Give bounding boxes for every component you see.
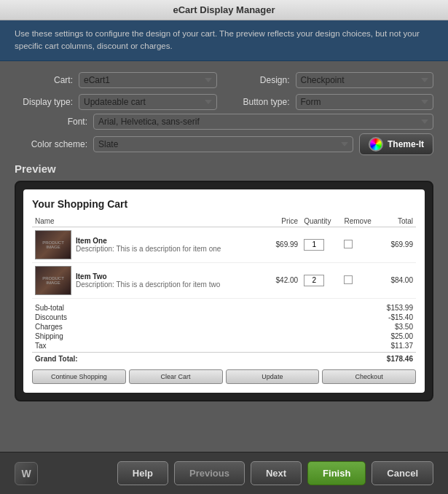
- cart-table: Name Price Quantity Remove Total: [32, 216, 416, 299]
- table-row: PRODUCTIMAGE Item Two Description: This …: [32, 262, 416, 298]
- checkout-button[interactable]: Checkout: [322, 369, 416, 384]
- item-desc-1: Item One Description: This is a descript…: [76, 237, 221, 253]
- discounts-row: Discounts -$15.40: [32, 313, 416, 322]
- display-type-row: Display type: Updateable cart: [15, 94, 217, 110]
- subtotal-value: $153.99: [387, 304, 413, 312]
- shipping-label: Shipping: [35, 332, 63, 340]
- theme-it-label: Theme-It: [388, 139, 424, 149]
- item-remove-2[interactable]: [341, 262, 381, 298]
- charges-row: Charges $3.50: [32, 322, 416, 332]
- col-total: Total: [382, 216, 416, 227]
- table-row: PRODUCTIMAGE Item One Description: This …: [32, 227, 416, 262]
- button-type-row: Button type: Form: [232, 94, 434, 110]
- logo-text: W: [21, 468, 31, 479]
- font-label: Font:: [29, 117, 87, 127]
- totals-section: Sub-total $153.99 Discounts -$15.40 Char…: [32, 303, 416, 364]
- continue-shopping-button[interactable]: Continue Shopping: [32, 369, 126, 384]
- shipping-value: $25.00: [390, 332, 413, 340]
- qty-input-1[interactable]: [304, 239, 324, 251]
- grand-total-row: Grand Total: $178.46: [32, 352, 416, 364]
- preview-section: Preview Your Shopping Cart Name Price Qu…: [15, 162, 433, 401]
- grand-total-label: Grand Total:: [35, 355, 78, 363]
- preview-title: Preview: [15, 162, 433, 175]
- item-desc-2: Item Two Description: This is a descript…: [76, 273, 220, 289]
- item-total-2: $84.00: [382, 262, 416, 298]
- color-scheme-select[interactable]: Slate: [93, 136, 353, 152]
- display-type-select[interactable]: Updateable cart: [79, 94, 217, 110]
- col-name: Name: [32, 216, 267, 227]
- cart-select[interactable]: eCart1: [79, 72, 217, 88]
- color-scheme-label: Color scheme:: [29, 139, 87, 149]
- item-remove-1[interactable]: [341, 227, 381, 262]
- color-row: Color scheme: Slate Theme-It: [15, 133, 433, 155]
- main-container: Use these settings to configure the desi…: [0, 20, 448, 494]
- preview-container: Your Shopping Cart Name Price Quantity R…: [15, 181, 433, 401]
- form-section: Cart: eCart1 Design: Checkpoint Display …: [15, 72, 433, 110]
- display-type-label: Display type:: [15, 97, 73, 107]
- item-price-2: $42.00: [267, 262, 301, 298]
- item-qty-2[interactable]: [301, 262, 341, 298]
- cart-label: Cart:: [15, 75, 73, 85]
- discounts-value: -$15.40: [388, 313, 413, 321]
- font-row: Font: Arial, Helvetica, sans-serif: [15, 114, 433, 130]
- cart-preview-title: Your Shopping Cart: [32, 198, 416, 210]
- product-image-2: PRODUCTIMAGE: [35, 266, 71, 295]
- qty-input-2[interactable]: [304, 275, 324, 286]
- grand-total-value: $178.46: [387, 355, 413, 363]
- design-select[interactable]: Checkpoint: [296, 72, 434, 88]
- font-select[interactable]: Arial, Helvetica, sans-serif: [93, 114, 433, 130]
- cart-preview: Your Shopping Cart Name Price Quantity R…: [23, 189, 425, 393]
- help-button[interactable]: Help: [117, 461, 168, 485]
- item-total-1: $69.99: [382, 227, 416, 262]
- design-label: Design:: [232, 75, 290, 85]
- discounts-label: Discounts: [35, 313, 67, 321]
- item-price-1: $69.99: [267, 227, 301, 262]
- charges-value: $3.50: [395, 323, 413, 331]
- bottom-bar: W Help Previous Next Finish Cancel: [0, 452, 448, 494]
- subtotal-row: Sub-total $153.99: [32, 303, 416, 313]
- col-quantity: Quantity: [301, 216, 341, 227]
- info-text: Use these settings to configure the desi…: [15, 29, 420, 50]
- remove-checkbox-1[interactable]: [344, 240, 353, 248]
- finish-button[interactable]: Finish: [307, 461, 366, 485]
- button-type-select[interactable]: Form: [296, 94, 434, 110]
- info-bar: Use these settings to configure the desi…: [0, 20, 448, 61]
- next-button[interactable]: Next: [251, 461, 302, 485]
- theme-it-button[interactable]: Theme-It: [359, 133, 433, 155]
- cart-row: Cart: eCart1: [15, 72, 217, 88]
- design-row: Design: Checkpoint: [232, 72, 434, 88]
- bottom-right: Help Previous Next Finish Cancel: [117, 461, 433, 485]
- col-remove: Remove: [341, 216, 381, 227]
- cart-buttons: Continue Shopping Clear Cart Update Chec…: [32, 369, 416, 384]
- tax-value: $11.37: [390, 342, 413, 350]
- update-button[interactable]: Update: [226, 369, 320, 384]
- shipping-row: Shipping $25.00: [32, 332, 416, 341]
- bottom-left: W: [15, 462, 38, 485]
- subtotal-label: Sub-total: [35, 304, 64, 312]
- tax-row: Tax $11.37: [32, 341, 416, 350]
- tax-label: Tax: [35, 342, 47, 350]
- previous-button[interactable]: Previous: [174, 461, 245, 485]
- cancel-button[interactable]: Cancel: [372, 461, 433, 485]
- remove-checkbox-2[interactable]: [344, 275, 353, 284]
- title-bar: eCart Display Manager: [0, 0, 448, 20]
- item-qty-1[interactable]: [301, 227, 341, 262]
- charges-label: Charges: [35, 323, 63, 331]
- app-title: eCart Display Manager: [173, 4, 275, 15]
- content-area: Cart: eCart1 Design: Checkpoint Display …: [0, 61, 448, 452]
- clear-cart-button[interactable]: Clear Cart: [129, 369, 223, 384]
- button-type-label: Button type:: [232, 97, 290, 107]
- product-image-1: PRODUCTIMAGE: [35, 230, 71, 259]
- col-price: Price: [267, 216, 301, 227]
- color-wheel-icon: [369, 137, 383, 152]
- weebly-logo: W: [15, 462, 38, 485]
